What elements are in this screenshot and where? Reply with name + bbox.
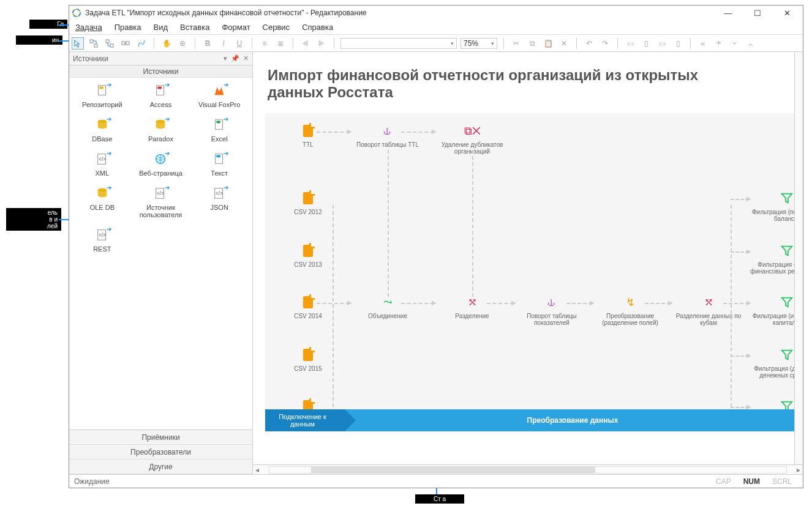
tool-connect-3[interactable]: [119, 37, 132, 50]
maximize-button[interactable]: ☐: [748, 7, 767, 19]
source-icon: ➔: [152, 117, 168, 133]
svg-rect-2: [90, 40, 93, 43]
svg-rect-20: [217, 155, 220, 158]
source-item-11[interactable]: </>➔JSON: [191, 185, 247, 218]
node-csv2015[interactable]: CSV 2015: [271, 348, 345, 372]
menu-view[interactable]: Вид: [148, 20, 175, 34]
minimize-button[interactable]: —: [718, 7, 738, 19]
menu-service[interactable]: Сервис: [257, 20, 296, 34]
svg-rect-7: [126, 42, 129, 45]
source-item-10[interactable]: </>➔Источникпользователя: [133, 185, 189, 218]
source-icon: ➔: [94, 83, 110, 99]
side-tab-transformers[interactable]: Преобразователи: [69, 445, 252, 459]
close-button[interactable]: ✕: [777, 7, 797, 19]
source-item-8[interactable]: ➔Текст: [191, 151, 247, 177]
bold-button[interactable]: B: [201, 37, 214, 50]
tool-curve[interactable]: [135, 37, 148, 50]
tool-connect-1[interactable]: [88, 37, 100, 50]
source-icon: ➔: [211, 83, 227, 99]
align-left[interactable]: ⫷: [299, 37, 312, 50]
status-num: NUM: [737, 477, 766, 486]
source-icon: ➔: [152, 83, 168, 99]
side-tab-other[interactable]: Другие: [69, 459, 252, 474]
delete-button[interactable]: ✕: [558, 37, 570, 50]
list-number[interactable]: ≣: [274, 37, 287, 50]
menu-task[interactable]: Задача: [69, 20, 108, 34]
layout-3[interactable]: ▭: [656, 37, 668, 50]
panel-close-icon[interactable]: ✕: [243, 54, 249, 62]
source-item-5[interactable]: ➔Excel: [191, 117, 247, 143]
node-csv2014[interactable]: CSV 2014: [271, 296, 345, 319]
svg-text:</>: </>: [157, 191, 165, 196]
italic-button[interactable]: I: [217, 37, 230, 50]
arrow: [333, 205, 334, 413]
layout-2[interactable]: ▯: [640, 37, 652, 50]
node-cube-split[interactable]: ⤲Разделение данных по кубам: [672, 296, 745, 326]
source-label: REST: [93, 245, 111, 253]
align-tool-4[interactable]: ⫠: [745, 37, 757, 50]
source-label: XML: [96, 169, 110, 177]
menu-edit[interactable]: Правка: [108, 20, 148, 34]
underline-button[interactable]: U: [233, 37, 246, 50]
copy-button[interactable]: ⧉: [526, 37, 538, 50]
undo-button[interactable]: ↶: [583, 37, 595, 50]
menu-format[interactable]: Формат: [216, 20, 256, 34]
node-ttl[interactable]: TTL: [271, 124, 345, 148]
cut-button[interactable]: ✂: [510, 37, 522, 50]
source-item-7[interactable]: ➔Веб-страница: [133, 151, 189, 177]
align-tool-2[interactable]: ⫩: [713, 37, 725, 50]
source-icon: ➔: [94, 185, 110, 201]
font-combo[interactable]: ▾: [340, 38, 457, 49]
redo-button[interactable]: ↷: [599, 37, 611, 50]
paste-button[interactable]: 📋: [542, 37, 554, 50]
layout-1[interactable]: ▭: [624, 37, 636, 50]
node-pivot-ind[interactable]: ⫝Поворот таблицы показателей: [515, 296, 588, 326]
node-split[interactable]: ⤲Разделение: [435, 296, 509, 319]
svg-rect-9: [99, 87, 103, 89]
layout-4[interactable]: ▯: [672, 37, 684, 50]
menu-insert[interactable]: Вставка: [174, 20, 216, 34]
pointer-tool[interactable]: [72, 37, 84, 50]
source-item-2[interactable]: ➔Visual FoxPro: [191, 83, 247, 108]
toolbar: ✋ ⊕ B I U ≡ ≣ ⫷ ⫸ ▾ 75%▾ ✂ ⧉ 📋 ✕ ↶ ↷ ▭ ▯…: [69, 35, 803, 52]
source-icon: </>➔: [211, 185, 227, 201]
source-item-4[interactable]: ➔Paradox: [133, 117, 189, 143]
pan-tool[interactable]: ✋: [160, 37, 173, 50]
side-subheader[interactable]: Источники: [69, 65, 252, 78]
node-csv2012[interactable]: CSV 2012: [271, 192, 345, 215]
svg-text:</>: </>: [99, 233, 106, 238]
bottom-band: Подключение к данным Преобразование данн…: [265, 409, 800, 431]
canvas[interactable]: Импорт финансовой отчетности организаций…: [253, 52, 803, 464]
source-item-1[interactable]: ➔Access: [133, 83, 189, 108]
node-pivot-ttl[interactable]: ⫝Поворот таблицы TTL: [351, 124, 424, 148]
node-csv2013[interactable]: CSV 2013: [271, 244, 345, 268]
align-right[interactable]: ⫸: [315, 37, 328, 50]
side-tab-receivers[interactable]: Приёмники: [69, 430, 252, 445]
horizontal-scrollbar[interactable]: ◂ ▸: [253, 464, 803, 474]
svg-rect-3: [94, 44, 97, 47]
vertical-scrollbar[interactable]: [794, 52, 803, 464]
source-label: Visual FoxPro: [198, 101, 240, 108]
zoom-tool[interactable]: ⊕: [176, 37, 189, 50]
tool-connect-2[interactable]: [103, 37, 116, 50]
align-tool-1[interactable]: ⫨: [697, 37, 709, 50]
arrow: [401, 303, 434, 304]
svg-rect-15: [217, 121, 220, 124]
node-transform[interactable]: ↯Преобразование (разделение полей): [593, 296, 667, 326]
source-item-3[interactable]: ➔DBase: [74, 117, 130, 143]
source-item-9[interactable]: ➔OLE DB: [74, 185, 130, 218]
list-bullet[interactable]: ≡: [258, 37, 271, 50]
source-item-0[interactable]: ➔Репозиторий: [74, 83, 130, 108]
source-item-12[interactable]: </>➔REST: [74, 227, 130, 253]
band-transform: Преобразование данных: [345, 409, 800, 431]
body: Источники ▾ 📌 ✕ Источники ➔Репозиторий➔A…: [69, 52, 803, 474]
node-union[interactable]: ⤳Объединение: [351, 296, 424, 319]
panel-menu-icon[interactable]: ▾: [224, 54, 227, 62]
source-label: Репозиторий: [82, 101, 122, 108]
source-item-6[interactable]: </>➔XML: [74, 151, 130, 177]
panel-pin-icon[interactable]: 📌: [231, 54, 239, 62]
menu-help[interactable]: Справка: [296, 20, 339, 34]
zoom-combo[interactable]: 75%▾: [461, 38, 497, 49]
status-text: Ожидание: [74, 477, 110, 486]
align-tool-3[interactable]: ⫟: [729, 37, 741, 50]
